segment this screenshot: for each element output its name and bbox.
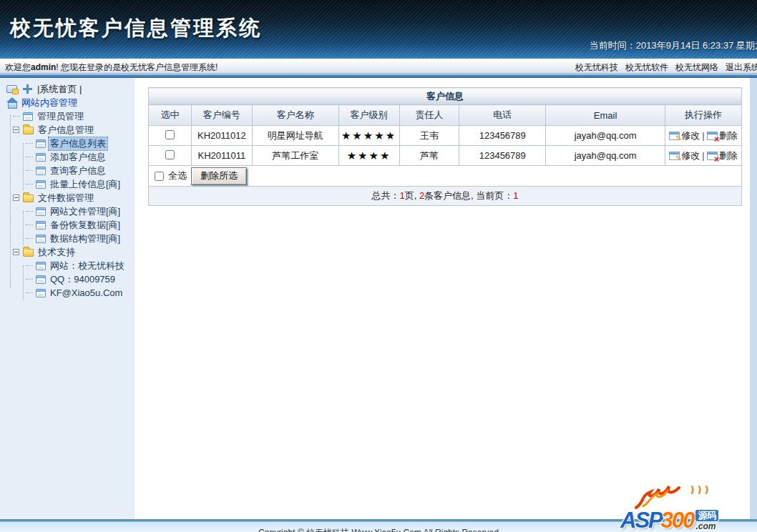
edit-link[interactable]: 修改 <box>669 150 700 161</box>
doc-icon <box>23 112 33 121</box>
tree-connector <box>26 143 33 144</box>
doc-icon <box>36 153 46 162</box>
current-page: 1 <box>513 190 518 201</box>
sidebar: |系统首页 | 网站内容管理 管理员管理 客户信息管理 客户信息列表 添加客户信… <box>0 78 135 519</box>
row-checkbox[interactable] <box>165 150 175 159</box>
sidebar-item-site-file-management[interactable]: 网站文件管理[商] <box>0 205 135 218</box>
sidebar-item-tech-support[interactable]: 技术支持 <box>0 245 135 259</box>
sidebar-item-file-data-management[interactable]: 文件数据管理 <box>0 191 135 205</box>
cell-customer-id: KH2011011 <box>191 146 252 166</box>
doc-icon <box>36 289 46 297</box>
sidebar-item-customer-list[interactable]: 客户信息列表 <box>0 137 135 150</box>
action-separator: | <box>702 130 704 141</box>
collapse-icon[interactable] <box>13 194 19 201</box>
edit-link[interactable]: 修改 <box>669 130 700 141</box>
table-toolbar: 全选 删除所选 <box>155 167 741 185</box>
select-all-label: 全选 <box>168 169 187 182</box>
cell-email: jayah@qq.com <box>546 146 665 166</box>
sidebar-item-site-content-management[interactable]: 网站内容管理 <box>0 96 135 109</box>
tree-connector <box>26 157 33 157</box>
sidebar-item-query-customer[interactable]: 查询客户信息 <box>0 164 135 177</box>
tree-connector <box>26 211 33 212</box>
cell-email: jayah@qq.com <box>546 126 665 146</box>
link-xiao5u-tech[interactable]: 校无忧科技 <box>575 61 618 74</box>
link-xiao5u-software[interactable]: 校无忧软件 <box>625 61 668 74</box>
tree-connector <box>26 292 33 293</box>
tree-connector <box>26 184 33 184</box>
select-all-checkbox[interactable] <box>155 172 164 181</box>
sidebar-item-qq[interactable]: QQ：94009759 <box>0 272 135 286</box>
doc-icon <box>36 180 46 189</box>
doc-icon <box>36 167 46 175</box>
copyright-text: Copyright © 校无忧科技 Www.Xiao5u.Com All Rig… <box>0 527 757 532</box>
cell-customer-level: ★★★★ <box>338 146 399 166</box>
cell-actions: 修改|删除 <box>665 126 741 146</box>
col-header-customer-id: 客户编号 <box>191 105 252 126</box>
doc-icon <box>36 262 46 270</box>
cell-customer-name: 明星网址导航 <box>252 126 338 146</box>
tree-connector <box>13 116 20 117</box>
sidebar-item-data-structure[interactable]: 数据结构管理[商] <box>0 232 135 245</box>
sidebar-item-customer-info-management[interactable]: 客户信息管理 <box>0 123 135 137</box>
computer-icon <box>6 85 17 93</box>
page-footer: Copyright © 校无忧科技 Www.Xiao5u.Com All Rig… <box>0 519 757 532</box>
row-checkbox[interactable] <box>165 130 175 139</box>
sidebar-item-system-home[interactable]: |系统首页 | <box>0 82 135 96</box>
col-header-owner: 责任人 <box>399 105 459 126</box>
page-body: |系统首页 | 网站内容管理 管理员管理 客户信息管理 客户信息列表 添加客户信… <box>0 78 750 519</box>
table-title: 客户信息 <box>149 88 742 105</box>
folder-icon <box>23 249 34 257</box>
welcome-message: 欢迎您admin! 您现在登录的是校无忧客户信息管理系统! <box>5 61 218 74</box>
welcome-suffix: ! 您现在登录的是校无忧客户信息管理系统! <box>56 62 218 72</box>
tree-connector <box>26 279 33 280</box>
tree-connector <box>26 170 33 171</box>
folder-icon <box>23 127 34 134</box>
welcome-bar: 欢迎您admin! 您现在登录的是校无忧客户信息管理系统! 校无忧科技 校无忧软… <box>0 59 757 74</box>
col-header-select: 选中 <box>149 105 192 126</box>
collapse-icon[interactable] <box>13 127 19 133</box>
cell-customer-id: KH2011012 <box>191 126 252 146</box>
cell-customer-level: ★★★★★ <box>338 126 399 146</box>
sidebar-item-kf-email[interactable]: KF@Xiao5u.Com <box>0 286 135 300</box>
username: admin <box>31 62 56 72</box>
doc-icon <box>36 139 46 148</box>
tree-connector-line <box>23 265 24 300</box>
customer-table: 客户信息 选中 客户编号 客户名称 客户级别 责任人 电话 Email 执行操作… <box>148 87 742 206</box>
edit-icon <box>669 132 680 140</box>
doc-icon <box>36 275 46 284</box>
sidebar-item-admin-management[interactable]: 管理员管理 <box>0 109 135 123</box>
cell-phone: 123456789 <box>459 146 546 166</box>
link-xiao5u-network[interactable]: 校无忧网络 <box>675 61 718 74</box>
delete-link[interactable]: 删除 <box>707 130 738 141</box>
tree-connector <box>26 265 33 266</box>
pagination-summary: 总共：1页, 2条客户信息, 当前页：1 <box>149 187 742 206</box>
delete-icon <box>707 132 718 140</box>
sidebar-item-website-link[interactable]: 网站：校无忧科技 <box>0 259 135 272</box>
total-pages: 1 <box>399 190 404 201</box>
current-time: 当前时间：2013年9月14日 6:23:37 星期六 <box>590 39 757 52</box>
plus-icon <box>23 84 32 94</box>
col-header-customer-level: 客户级别 <box>338 105 399 126</box>
tree-connector-line <box>23 143 24 190</box>
sidebar-item-add-customer[interactable]: 添加客户信息 <box>0 150 135 164</box>
cell-actions: 修改|删除 <box>665 146 741 166</box>
cell-customer-name: 芦苇工作室 <box>252 146 338 166</box>
table-row: KH2011011 芦苇工作室 ★★★★ 芦苇 123456789 jayah@… <box>149 146 742 166</box>
tree-connector <box>26 225 33 225</box>
cell-owner: 芦苇 <box>399 146 459 166</box>
sidebar-item-backup-restore[interactable]: 备份恢复数据[商] <box>0 218 135 232</box>
sidebar-item-batch-upload[interactable]: 批量上传信息[商] <box>0 177 135 191</box>
tree-connector-line <box>10 115 11 288</box>
main-content: 客户信息 选中 客户编号 客户名称 客户级别 责任人 电话 Email 执行操作… <box>135 78 750 519</box>
delete-selected-button[interactable]: 删除所选 <box>191 167 247 185</box>
collapse-icon[interactable] <box>13 249 19 255</box>
link-logout[interactable]: 退出系统 <box>726 61 757 74</box>
cell-phone: 123456789 <box>459 126 546 146</box>
folder-icon <box>23 194 34 202</box>
app-header: 校无忧客户信息管理系统 当前时间：2013年9月14日 6:23:37 星期六 <box>0 0 757 59</box>
edit-icon <box>669 152 680 160</box>
page-title: 校无忧客户信息管理系统 <box>10 14 262 43</box>
tree-connector-line <box>23 211 24 245</box>
delete-link[interactable]: 删除 <box>707 150 738 161</box>
home-icon <box>6 98 17 107</box>
